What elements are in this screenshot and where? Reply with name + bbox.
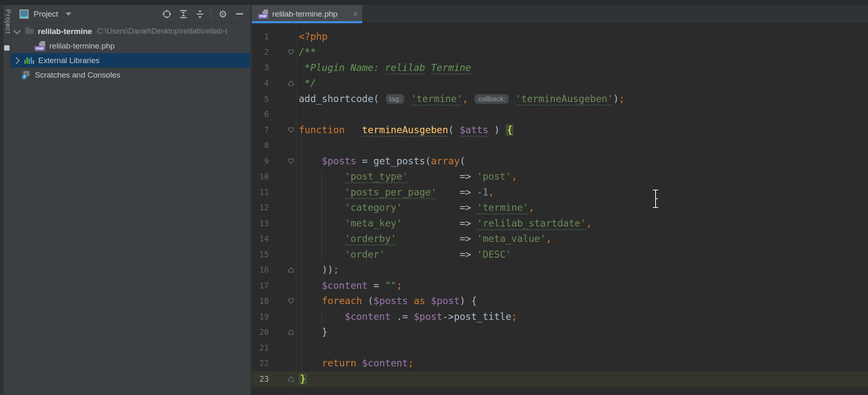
code-token [299, 280, 322, 291]
code-line[interactable]: */ [299, 76, 316, 91]
code-token: */ [299, 78, 316, 88]
code-token: )) [299, 264, 333, 275]
mouse-cursor-ibeam [651, 188, 660, 211]
code-token [385, 249, 460, 260]
code-line[interactable]: } [299, 324, 327, 340]
gear-icon: ⚙ [219, 9, 227, 19]
code-token: = [356, 156, 373, 166]
code-line[interactable]: 'orderby' => 'meta_value', [299, 231, 551, 247]
tree-row-scratches[interactable]: › Scratches and Consoles [11, 68, 261, 82]
tab-relilab-termine[interactable]: PHP relilab-termine.php × [252, 5, 362, 23]
chevron-expanded-icon[interactable] [14, 27, 21, 34]
close-icon[interactable]: × [353, 10, 358, 18]
code-token: "" [385, 280, 397, 291]
fold-region-start-icon[interactable] [288, 49, 294, 55]
fold-region-end-icon[interactable] [288, 80, 294, 86]
code-token [299, 218, 345, 229]
code-token: => [460, 249, 477, 260]
tree-row-project-root[interactable]: relilab-termine C:\Users\Daniel\Desktop\… [11, 24, 250, 39]
code-token [425, 295, 431, 306]
window-left-edge [0, 5, 3, 395]
tree-row-external-libraries[interactable]: External Libraries [11, 53, 250, 68]
code-line[interactable]: $content .= $post->post_title; [299, 309, 517, 325]
code-token [299, 295, 322, 306]
code-editor[interactable]: 1234567891011121314151617181920212223 <?… [252, 23, 868, 395]
code-line[interactable]: 'post_type' => 'post', [299, 169, 517, 185]
code-token: 'DESC' [477, 249, 511, 260]
code-line[interactable]: } [299, 371, 307, 387]
code-token: { [506, 124, 514, 136]
line-number: 12 [252, 200, 269, 216]
code-token: 'termineAusgeben' [515, 93, 613, 104]
fold-region-end-icon[interactable] [288, 376, 294, 382]
ide-window: Project Project ⚙ relilab-te [0, 0, 868, 395]
chevron-collapsed-icon[interactable] [13, 57, 20, 64]
fold-region-start-icon[interactable] [288, 298, 294, 304]
code-line[interactable]: 'meta_key' => 'relilab_startdate', [299, 216, 592, 232]
code-line[interactable]: 'order' => 'DESC' [299, 247, 511, 263]
collapse-all-button[interactable] [195, 9, 205, 19]
code-line[interactable]: function termineAusgeben( $atts ) { [299, 122, 514, 138]
code-line[interactable]: )); [299, 262, 339, 278]
line-number: 23 [252, 371, 269, 387]
line-number: 21 [252, 340, 269, 356]
minimize-icon [236, 13, 243, 15]
code-token: => [460, 171, 477, 182]
code-line[interactable]: $content = ""; [299, 278, 402, 294]
line-number: 10 [252, 169, 269, 185]
code-token [299, 171, 345, 182]
code-token: $posts [322, 156, 356, 166]
tree-row-php-file[interactable]: PHP relilab-termine.php [11, 39, 273, 53]
code-line[interactable]: /** [299, 44, 316, 60]
code-token [299, 202, 345, 213]
code-line[interactable]: return $content; [299, 356, 414, 371]
line-number: 20 [252, 324, 269, 340]
code-token: ->post_title [442, 311, 511, 322]
fold-region-end-icon[interactable] [288, 267, 294, 273]
hide-panel-button[interactable] [234, 9, 244, 19]
code-token [299, 249, 345, 260]
code-token: .= [391, 311, 414, 322]
code-line[interactable]: <?php [299, 29, 327, 45]
fold-region-start-icon[interactable] [288, 127, 294, 133]
code-token: Termine [431, 62, 471, 73]
locate-file-button[interactable] [162, 9, 172, 19]
code-token: } [299, 327, 327, 337]
code-token: ) { [460, 295, 477, 306]
stripe-tool-icon[interactable] [4, 45, 10, 51]
code-token: $post [431, 295, 460, 306]
code-token: => [460, 218, 477, 229]
code-token: , [488, 187, 494, 198]
line-number: 19 [252, 309, 269, 325]
fold-region-end-icon[interactable] [288, 329, 294, 335]
code-line[interactable]: $posts = get_posts(array( [299, 154, 466, 169]
code-token [402, 218, 459, 229]
code-token: ( [460, 156, 466, 166]
code-line[interactable]: *Plugin Name: relilab Termine [299, 60, 471, 76]
code-token: array [431, 156, 460, 166]
code-token: $posts [373, 295, 408, 306]
code-token [468, 93, 474, 104]
code-line[interactable]: add_shortcode( tag: 'termine', callback:… [299, 91, 624, 107]
expand-all-button[interactable] [178, 9, 188, 19]
scratches-icon: › [22, 71, 31, 79]
folder-icon [25, 29, 34, 34]
panel-title[interactable]: Project [34, 10, 58, 19]
code-token: , [546, 233, 551, 244]
line-number: 7 [252, 122, 269, 138]
chevron-down-icon[interactable] [66, 12, 71, 16]
project-view-icon [20, 10, 29, 19]
code-token: $atts [460, 124, 488, 135]
code-token [356, 358, 362, 368]
code-line[interactable]: 'posts_per_page' => -1, [299, 185, 494, 200]
code-line[interactable]: 'category' => 'termine', [299, 200, 534, 216]
code-line[interactable]: foreach ($posts as $post) { [299, 293, 477, 309]
gutter-border [296, 23, 296, 395]
code-token [425, 62, 431, 73]
stripe-project-label[interactable]: Project [4, 9, 12, 34]
line-number: 22 [252, 356, 269, 371]
settings-gear-button[interactable]: ⚙ [218, 9, 228, 19]
line-number: 11 [252, 185, 269, 200]
code-token: 'orderby' [345, 233, 397, 244]
fold-region-start-icon[interactable] [288, 158, 294, 164]
